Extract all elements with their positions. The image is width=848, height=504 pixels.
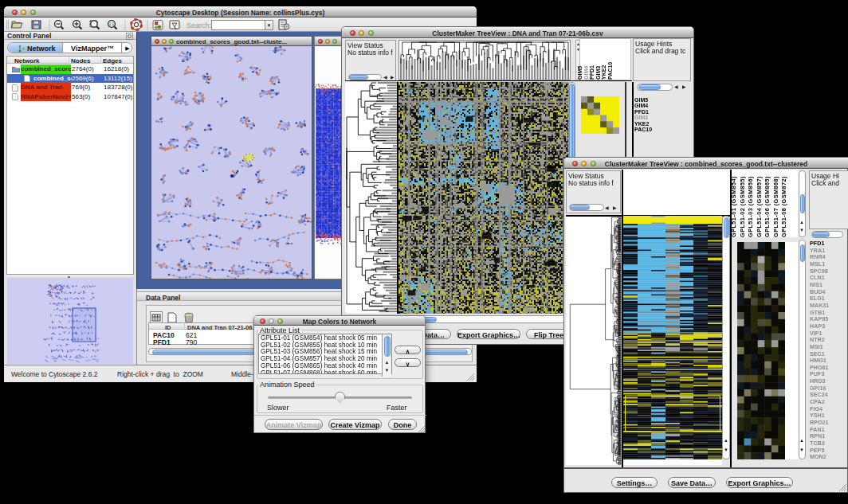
svg-text:1:1: 1:1 xyxy=(109,22,115,26)
